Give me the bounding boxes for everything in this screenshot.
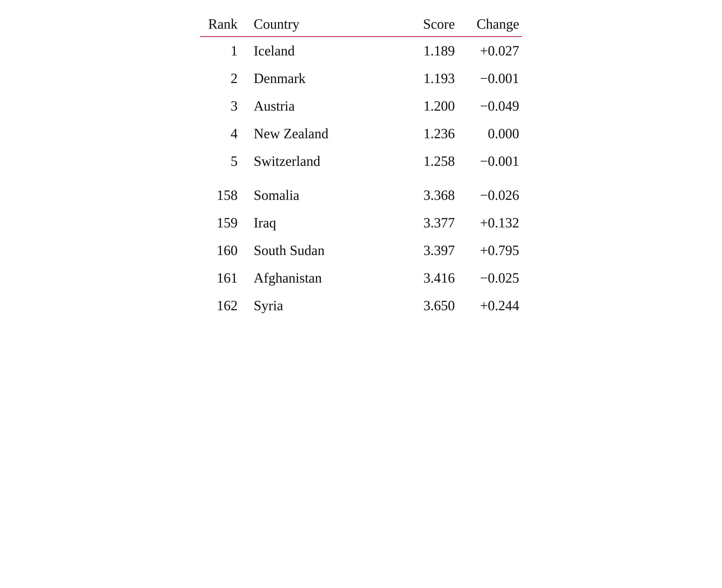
cell-rank: 5 <box>200 147 246 175</box>
cell-score: 3.377 <box>409 209 463 236</box>
cell-rank: 160 <box>200 236 246 264</box>
cell-change: −0.001 <box>463 65 522 92</box>
header-country: Country <box>246 11 409 37</box>
cell-score: 3.397 <box>409 236 463 264</box>
cell-rank: 162 <box>200 292 246 319</box>
cell-change: +0.132 <box>463 209 522 236</box>
cell-score: 3.368 <box>409 181 463 209</box>
rankings-table-container: Rank Country Score Change 1Iceland1.189+… <box>200 11 522 319</box>
cell-change: −0.049 <box>463 92 522 120</box>
cell-change: 0.000 <box>463 120 522 147</box>
table-row: 159Iraq3.377+0.132 <box>200 209 522 236</box>
cell-country: Iceland <box>246 37 409 65</box>
cell-score: 1.193 <box>409 65 463 92</box>
table-row: 1Iceland1.189+0.027 <box>200 37 522 65</box>
cell-change: −0.026 <box>463 181 522 209</box>
cell-score: 3.650 <box>409 292 463 319</box>
rankings-table: Rank Country Score Change 1Iceland1.189+… <box>200 11 522 319</box>
table-row: 2Denmark1.193−0.001 <box>200 65 522 92</box>
table-body: 1Iceland1.189+0.0272Denmark1.193−0.0013A… <box>200 37 522 320</box>
cell-country: Denmark <box>246 65 409 92</box>
cell-score: 1.258 <box>409 147 463 175</box>
cell-change: −0.025 <box>463 264 522 292</box>
cell-change: −0.001 <box>463 147 522 175</box>
cell-country: Iraq <box>246 209 409 236</box>
table-row: 5Switzerland1.258−0.001 <box>200 147 522 175</box>
cell-change: +0.795 <box>463 236 522 264</box>
cell-country: Austria <box>246 92 409 120</box>
cell-rank: 161 <box>200 264 246 292</box>
cell-country: Afghanistan <box>246 264 409 292</box>
cell-country: South Sudan <box>246 236 409 264</box>
cell-rank: 4 <box>200 120 246 147</box>
cell-rank: 159 <box>200 209 246 236</box>
table-row: 160South Sudan3.397+0.795 <box>200 236 522 264</box>
table-header-row: Rank Country Score Change <box>200 11 522 37</box>
cell-change: +0.027 <box>463 37 522 65</box>
cell-score: 1.236 <box>409 120 463 147</box>
table-row: 4New Zealand1.2360.000 <box>200 120 522 147</box>
header-score: Score <box>409 11 463 37</box>
table-row: 162Syria3.650+0.244 <box>200 292 522 319</box>
header-rank: Rank <box>200 11 246 37</box>
cell-rank: 158 <box>200 181 246 209</box>
cell-country: Syria <box>246 292 409 319</box>
cell-rank: 2 <box>200 65 246 92</box>
cell-score: 1.200 <box>409 92 463 120</box>
table-row: 3Austria1.200−0.049 <box>200 92 522 120</box>
gap-row <box>200 175 522 181</box>
cell-score: 1.189 <box>409 37 463 65</box>
cell-rank: 3 <box>200 92 246 120</box>
cell-country: New Zealand <box>246 120 409 147</box>
table-row: 161Afghanistan3.416−0.025 <box>200 264 522 292</box>
header-change: Change <box>463 11 522 37</box>
table-row: 158Somalia3.368−0.026 <box>200 181 522 209</box>
cell-rank: 1 <box>200 37 246 65</box>
cell-country: Switzerland <box>246 147 409 175</box>
cell-country: Somalia <box>246 181 409 209</box>
cell-score: 3.416 <box>409 264 463 292</box>
cell-change: +0.244 <box>463 292 522 319</box>
